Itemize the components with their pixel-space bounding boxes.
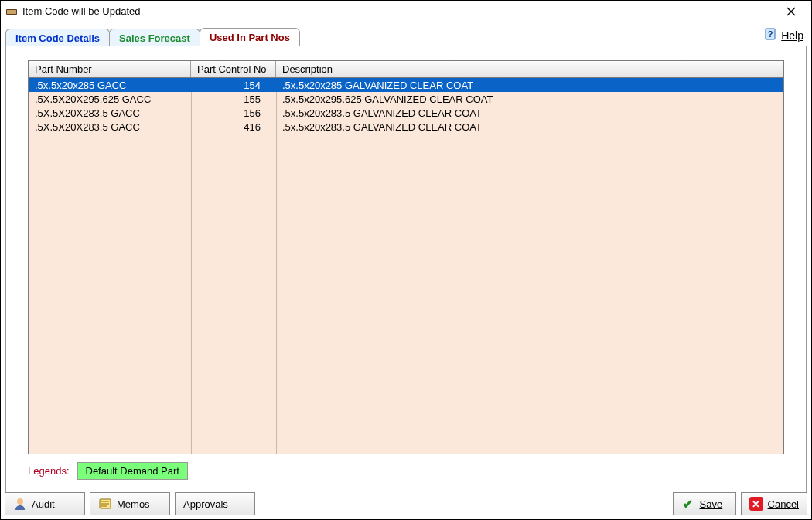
legend-default-demand-part: Default Demand Part bbox=[77, 462, 188, 480]
cell-part-number: .5X.5X20X283.5 GACC bbox=[29, 121, 191, 133]
memos-button[interactable]: Memos bbox=[90, 492, 170, 515]
memos-label: Memos bbox=[117, 498, 150, 510]
close-icon: ✕ bbox=[749, 497, 763, 511]
approvals-label: Approvals bbox=[183, 498, 228, 510]
cell-description: .5x.5x20x283.5 GALVANIZED CLEAR COAT bbox=[276, 121, 783, 133]
col-description[interactable]: Description bbox=[276, 61, 783, 77]
col-part-number[interactable]: Part Number bbox=[29, 61, 191, 77]
cell-part-number: .5X.5X20X295.625 GACC bbox=[29, 93, 191, 105]
tab-item-code-details[interactable]: Item Code Details bbox=[5, 29, 110, 46]
grid-body[interactable]: .5x.5x20x285 GACC 154 .5x.5x20x285 GALVA… bbox=[29, 78, 783, 454]
table-row[interactable]: .5X.5X20X295.625 GACC 155 .5x.5x20x295.6… bbox=[29, 92, 783, 106]
tab-sales-forecast[interactable]: Sales Forecast bbox=[109, 29, 200, 46]
save-button[interactable]: ✔ Save bbox=[673, 492, 736, 515]
parts-grid: Part Number Part Control No Description … bbox=[28, 60, 784, 454]
audit-label: Audit bbox=[32, 498, 55, 510]
grid-header: Part Number Part Control No Description bbox=[29, 61, 783, 78]
grid-divider bbox=[276, 78, 277, 454]
legends-label: Legends: bbox=[28, 465, 70, 477]
audit-icon bbox=[13, 497, 27, 511]
col-part-control-no[interactable]: Part Control No bbox=[191, 61, 276, 77]
svg-rect-1 bbox=[7, 10, 16, 14]
cancel-button[interactable]: ✕ Cancel bbox=[741, 492, 807, 515]
tab-used-in-part-nos[interactable]: Used In Part Nos bbox=[200, 28, 300, 46]
tab-panel: Part Number Part Control No Description … bbox=[5, 46, 807, 505]
footer-toolbar: Audit Memos Approvals ✔ Save ✕ Cancel bbox=[5, 492, 807, 515]
table-row[interactable]: .5X.5X20X283.5 GACC 156 .5x.5x20x283.5 G… bbox=[29, 106, 783, 120]
memos-icon bbox=[98, 497, 112, 511]
cell-part-control-no: 156 bbox=[191, 107, 276, 119]
legends: Legends: Default Demand Part bbox=[28, 462, 784, 480]
cell-description: .5x.5x20x285 GALVANIZED CLEAR COAT bbox=[276, 80, 783, 91]
save-label: Save bbox=[700, 498, 723, 510]
cell-part-number: .5x.5x20x285 GACC bbox=[29, 80, 191, 91]
window-title: Item Code will be Updated bbox=[22, 5, 776, 17]
table-row[interactable]: .5X.5X20X283.5 GACC 416 .5x.5x20x283.5 G… bbox=[29, 120, 783, 134]
close-window-button[interactable] bbox=[776, 2, 807, 22]
cell-part-control-no: 154 bbox=[191, 80, 276, 91]
cell-description: .5x.5x20x295.625 GALVANIZED CLEAR COAT bbox=[276, 93, 783, 105]
cell-part-number: .5X.5X20X283.5 GACC bbox=[29, 107, 191, 119]
grid-divider bbox=[191, 78, 192, 454]
svg-point-6 bbox=[17, 498, 23, 505]
titlebar: Item Code will be Updated bbox=[1, 1, 811, 22]
check-icon: ✔ bbox=[681, 497, 695, 511]
cell-part-control-no: 416 bbox=[191, 121, 276, 133]
cell-description: .5x.5x20x283.5 GALVANIZED CLEAR COAT bbox=[276, 107, 783, 119]
app-icon bbox=[5, 5, 18, 18]
table-row[interactable]: .5x.5x20x285 GACC 154 .5x.5x20x285 GALVA… bbox=[29, 78, 783, 92]
tabs: Item Code Details Sales Forecast Used In… bbox=[5, 26, 807, 46]
cell-part-control-no: 155 bbox=[191, 93, 276, 105]
approvals-button[interactable]: Approvals bbox=[175, 492, 255, 515]
cancel-label: Cancel bbox=[768, 498, 799, 510]
audit-button[interactable]: Audit bbox=[5, 492, 85, 515]
